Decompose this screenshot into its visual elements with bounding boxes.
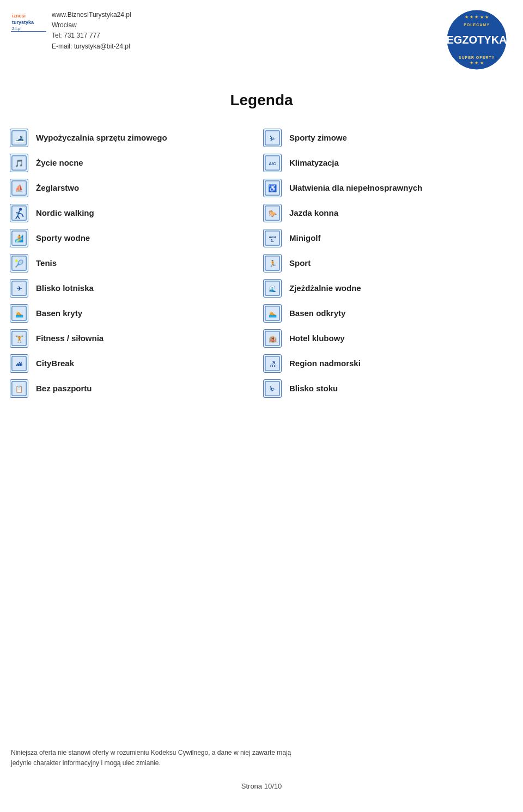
svg-text:🎾: 🎾 [15, 259, 24, 268]
svg-text:♿: ♿ [268, 184, 277, 193]
footer-note: Niniejsza oferta nie stanowi oferty w ro… [11, 748, 512, 768]
svg-text:✈: ✈ [16, 284, 22, 293]
svg-text:EGZOTYKA: EGZOTYKA [447, 34, 507, 46]
svg-text:🏨: 🏨 [269, 335, 277, 343]
sport-icon: 🏃 [263, 254, 282, 272]
legend-label: Blisko lotniska [36, 283, 94, 294]
fitness-icon: 🏋 [10, 329, 28, 348]
legend-label: Minigolf [289, 233, 320, 244]
club-hotel-icon: 🏨 [263, 329, 282, 348]
phone: Tel: 731 317 777 [52, 31, 131, 41]
city: Wrocław [52, 20, 131, 31]
ac-icon: A/C [263, 154, 282, 172]
svg-text:🏙: 🏙 [16, 361, 22, 367]
legend-item: 🎵Życie nocne [5, 150, 259, 175]
water-sports-icon: 🏄 [10, 229, 28, 247]
svg-text:🏊: 🏊 [15, 310, 24, 318]
svg-text:A/C: A/C [269, 161, 276, 166]
legend-item: 📋Bez paszportu [5, 376, 259, 401]
svg-text:🎿: 🎿 [15, 134, 25, 143]
legend-label: Basen odkryty [289, 308, 345, 319]
legend-item: ⛵Żeglarstwo [5, 175, 259, 201]
svg-text:⛷: ⛷ [269, 385, 276, 393]
indoor-pool-icon: 🏊 [10, 304, 28, 323]
legend-label: Blisko stoku [289, 383, 338, 394]
legend-left-column: 🎿Wypożyczalnia sprzętu zimowego🎵Życie no… [5, 125, 259, 401]
legend-label: Sporty zimowe [289, 132, 347, 143]
legend-item: Nordic walking [5, 201, 259, 226]
svg-point-19 [19, 208, 22, 210]
tennis-icon: 🎾 [10, 254, 28, 272]
legend-label: Życie nocne [36, 157, 83, 168]
nordic-walking-icon [10, 204, 28, 222]
legend-item: 🏨Hotel klubowy [259, 326, 512, 351]
legend-container: 🎿Wypożyczalnia sprzętu zimowego🎵Życie no… [0, 125, 523, 401]
legend-label: Jazda konna [289, 208, 338, 219]
legend-label: Ułatwienia dla niepełnosprawnych [289, 183, 422, 193]
svg-text:iznesi: iznesi [12, 13, 26, 19]
legend-item: ♿Ułatwienia dla niepełnosprawnych [259, 175, 512, 201]
svg-text:🏃: 🏃 [269, 259, 277, 268]
legend-item: ⛷Sporty zimowe [259, 125, 512, 150]
legend-label: Tenis [36, 258, 57, 269]
disability-icon: ♿ [263, 179, 282, 197]
svg-text:🐎: 🐎 [269, 209, 277, 218]
legend-item: 🏊Basen odkryty [259, 301, 512, 326]
svg-text:🏖: 🏖 [270, 361, 276, 367]
legend-item: 🌊Zjeżdżalnie wodne [259, 276, 512, 301]
page-title: Legenda [0, 92, 523, 109]
legend-label: CityBreak [36, 358, 74, 369]
legend-right-column: ⛷Sporty zimoweA/CKlimatyzacja♿Ułatwienia… [259, 125, 512, 401]
svg-text:🎵: 🎵 [15, 159, 24, 168]
legend-label: Basen kryty [36, 308, 82, 319]
svg-text:⛷: ⛷ [269, 135, 276, 142]
legend-label: Klimatyzacja [289, 157, 339, 168]
water-slides-icon: 🌊 [263, 279, 282, 298]
horse-riding-icon: 🐎 [263, 204, 282, 222]
svg-text:🏊: 🏊 [269, 310, 277, 318]
svg-text:★ ★ ★: ★ ★ ★ [470, 60, 483, 65]
legend-item: ✈Blisko lotniska [5, 276, 259, 301]
contact-info: www.BiznesITurystyka24.pl Wrocław Tel: 7… [52, 10, 131, 52]
svg-text:SUPER OFERTY: SUPER OFERTY [459, 56, 495, 59]
svg-text:🌊: 🌊 [269, 285, 277, 293]
svg-text:🏋: 🏋 [15, 335, 24, 343]
legend-label: Sporty wodne [36, 233, 90, 244]
legend-item: mini1.Minigolf [259, 226, 512, 251]
seaside-icon: 🏖 [263, 354, 282, 373]
sailing-icon: ⛵ [10, 179, 28, 197]
citybreak-icon: 🏙 [10, 354, 28, 373]
legend-label: Wypożyczalnia sprzętu zimowego [36, 132, 167, 143]
legend-label: Bez paszportu [36, 383, 92, 394]
legend-label: Fitness / siłownia [36, 333, 104, 344]
nightlife-icon: 🎵 [10, 154, 28, 172]
legend-item: 🎾Tenis [5, 251, 259, 276]
legend-label: Hotel klubowy [289, 333, 345, 344]
legend-item: 🐎Jazda konna [259, 201, 512, 226]
svg-text:★ ★ ★ ★ ★: ★ ★ ★ ★ ★ [465, 15, 489, 20]
footer-line1: Niniejsza oferta nie stanowi oferty w ro… [11, 748, 512, 758]
no-passport-icon: 📋 [10, 379, 28, 398]
svg-text:turystyka: turystyka [12, 20, 34, 25]
legend-label: Sport [289, 258, 311, 269]
legend-label: Region nadmorski [289, 358, 361, 369]
legend-item: A/CKlimatyzacja [259, 150, 512, 175]
svg-text:🏄: 🏄 [15, 234, 24, 243]
svg-text:⛵: ⛵ [15, 184, 24, 193]
legend-item: 🏊Basen kryty [5, 301, 259, 326]
winter-equipment-icon: 🎿 [10, 129, 28, 147]
legend-item: ⛷Blisko stoku [259, 376, 512, 401]
legend-item: 🎿Wypożyczalnia sprzętu zimowego [5, 125, 259, 150]
svg-text:1.: 1. [271, 238, 275, 243]
legend-label: Zjeżdżalnie wodne [289, 283, 361, 294]
minigolf-icon: mini1. [263, 229, 282, 247]
logo: iznesi turystyka 24.pl [11, 10, 46, 34]
legend-item: 🏋Fitness / siłownia [5, 326, 259, 351]
legend-label: Żeglarstwo [36, 183, 79, 193]
header-left: iznesi turystyka 24.pl www.BiznesITuryst… [11, 10, 131, 52]
legend-item: 🏃Sport [259, 251, 512, 276]
svg-text:POLECAMY: POLECAMY [464, 23, 490, 27]
footer-line2: jedynie charakter informacyjny i mogą ul… [11, 758, 512, 768]
legend-item: 🏙CityBreak [5, 351, 259, 376]
airport-icon: ✈ [10, 279, 28, 298]
